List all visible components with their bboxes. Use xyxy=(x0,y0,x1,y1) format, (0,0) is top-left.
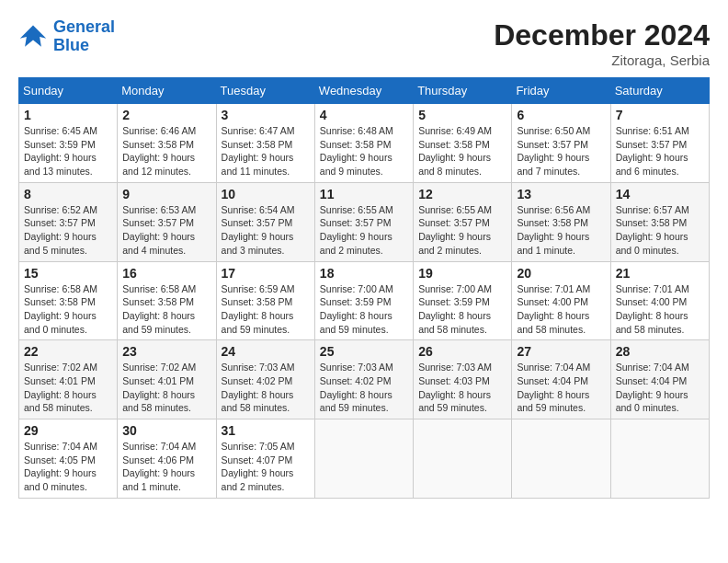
day-number: 19 xyxy=(418,266,506,281)
day-info: Sunrise: 6:58 AMSunset: 3:58 PMDaylight:… xyxy=(122,282,210,337)
day-info: Sunrise: 7:04 AMSunset: 4:04 PMDaylight:… xyxy=(517,361,605,415)
day-number: 18 xyxy=(320,266,408,281)
calendar-cell xyxy=(512,419,610,499)
calendar-cell: 8Sunrise: 6:52 AMSunset: 3:57 PMDaylight… xyxy=(19,182,118,261)
day-number: 15 xyxy=(24,266,112,281)
day-info: Sunrise: 7:00 AMSunset: 3:59 PMDaylight:… xyxy=(320,282,408,337)
svg-marker-0 xyxy=(20,25,46,46)
day-number: 31 xyxy=(222,423,310,438)
day-info: Sunrise: 6:47 AMSunset: 3:58 PMDaylight:… xyxy=(222,124,310,178)
calendar-cell xyxy=(314,419,413,499)
day-info: Sunrise: 7:04 AMSunset: 4:05 PMDaylight:… xyxy=(24,440,112,494)
logo-text: GeneralBlue xyxy=(53,18,115,55)
day-number: 12 xyxy=(418,187,506,201)
day-number: 22 xyxy=(24,344,112,359)
calendar-cell: 14Sunrise: 6:57 AMSunset: 3:58 PMDayligh… xyxy=(610,182,709,261)
day-number: 14 xyxy=(616,187,704,201)
calendar-cell: 21Sunrise: 7:01 AMSunset: 4:00 PMDayligh… xyxy=(610,261,709,340)
day-info: Sunrise: 6:50 AMSunset: 3:57 PMDaylight:… xyxy=(517,124,605,178)
day-number: 9 xyxy=(122,187,210,201)
calendar-cell xyxy=(414,419,512,499)
day-info: Sunrise: 7:02 AMSunset: 4:01 PMDaylight:… xyxy=(122,361,210,415)
day-info: Sunrise: 7:03 AMSunset: 4:02 PMDaylight:… xyxy=(222,361,310,415)
day-number: 7 xyxy=(616,108,704,122)
day-number: 13 xyxy=(517,187,605,201)
day-number: 21 xyxy=(616,266,704,281)
day-info: Sunrise: 6:55 AMSunset: 3:57 PMDaylight:… xyxy=(320,203,408,258)
day-number: 1 xyxy=(24,108,112,122)
day-number: 10 xyxy=(222,187,310,201)
calendar-cell: 4Sunrise: 6:48 AMSunset: 3:58 PMDaylight… xyxy=(314,104,413,183)
calendar-cell: 6Sunrise: 6:50 AMSunset: 3:57 PMDaylight… xyxy=(512,104,610,183)
weekday-header-monday: Monday xyxy=(118,78,216,104)
day-number: 3 xyxy=(222,108,310,122)
calendar-cell: 24Sunrise: 7:03 AMSunset: 4:02 PMDayligh… xyxy=(216,340,314,419)
calendar-cell: 17Sunrise: 6:59 AMSunset: 3:58 PMDayligh… xyxy=(216,261,314,340)
day-info: Sunrise: 6:59 AMSunset: 3:58 PMDaylight:… xyxy=(222,282,310,337)
weekday-header-wednesday: Wednesday xyxy=(314,78,413,104)
month-title: December 2024 xyxy=(494,18,710,52)
weekday-header-friday: Friday xyxy=(512,78,610,104)
day-number: 24 xyxy=(222,344,310,359)
day-info: Sunrise: 6:51 AMSunset: 3:57 PMDaylight:… xyxy=(616,124,704,178)
day-info: Sunrise: 7:02 AMSunset: 4:01 PMDaylight:… xyxy=(24,361,112,415)
calendar-cell: 22Sunrise: 7:02 AMSunset: 4:01 PMDayligh… xyxy=(19,340,118,419)
title-block: December 2024 Zitoraga, Serbia xyxy=(494,18,710,68)
day-info: Sunrise: 7:04 AMSunset: 4:06 PMDaylight:… xyxy=(122,440,210,494)
calendar-cell: 23Sunrise: 7:02 AMSunset: 4:01 PMDayligh… xyxy=(118,340,216,419)
day-number: 30 xyxy=(122,423,210,438)
calendar-cell: 29Sunrise: 7:04 AMSunset: 4:05 PMDayligh… xyxy=(19,419,118,499)
day-info: Sunrise: 7:05 AMSunset: 4:07 PMDaylight:… xyxy=(222,440,310,494)
calendar-table: SundayMondayTuesdayWednesdayThursdayFrid… xyxy=(18,77,710,499)
location: Zitoraga, Serbia xyxy=(494,52,710,68)
day-info: Sunrise: 6:55 AMSunset: 3:57 PMDaylight:… xyxy=(418,203,506,258)
calendar-cell: 3Sunrise: 6:47 AMSunset: 3:58 PMDaylight… xyxy=(216,104,314,183)
logo-icon xyxy=(18,22,48,52)
calendar-cell xyxy=(610,419,709,499)
calendar-cell: 13Sunrise: 6:56 AMSunset: 3:58 PMDayligh… xyxy=(512,182,610,261)
logo: GeneralBlue xyxy=(18,18,115,55)
calendar-cell: 2Sunrise: 6:46 AMSunset: 3:58 PMDaylight… xyxy=(118,104,216,183)
day-info: Sunrise: 7:03 AMSunset: 4:02 PMDaylight:… xyxy=(320,361,408,415)
calendar-cell: 10Sunrise: 6:54 AMSunset: 3:57 PMDayligh… xyxy=(216,182,314,261)
day-info: Sunrise: 6:46 AMSunset: 3:58 PMDaylight:… xyxy=(122,124,210,178)
page-header: GeneralBlue December 2024 Zitoraga, Serb… xyxy=(18,18,710,68)
day-number: 29 xyxy=(24,423,112,438)
weekday-header-thursday: Thursday xyxy=(414,78,512,104)
day-info: Sunrise: 6:53 AMSunset: 3:57 PMDaylight:… xyxy=(122,203,210,258)
day-number: 11 xyxy=(320,187,408,201)
calendar-cell: 9Sunrise: 6:53 AMSunset: 3:57 PMDaylight… xyxy=(118,182,216,261)
weekday-header-sunday: Sunday xyxy=(19,78,118,104)
day-number: 17 xyxy=(222,266,310,281)
weekday-header-tuesday: Tuesday xyxy=(216,78,314,104)
day-number: 8 xyxy=(24,187,112,201)
day-info: Sunrise: 7:01 AMSunset: 4:00 PMDaylight:… xyxy=(616,282,704,337)
day-info: Sunrise: 7:03 AMSunset: 4:03 PMDaylight:… xyxy=(418,361,506,415)
day-info: Sunrise: 6:57 AMSunset: 3:58 PMDaylight:… xyxy=(616,203,704,258)
day-info: Sunrise: 7:04 AMSunset: 4:04 PMDaylight:… xyxy=(616,361,704,415)
calendar-cell: 30Sunrise: 7:04 AMSunset: 4:06 PMDayligh… xyxy=(118,419,216,499)
calendar-cell: 25Sunrise: 7:03 AMSunset: 4:02 PMDayligh… xyxy=(314,340,413,419)
day-number: 26 xyxy=(418,344,506,359)
day-number: 2 xyxy=(122,108,210,122)
calendar-cell: 15Sunrise: 6:58 AMSunset: 3:58 PMDayligh… xyxy=(19,261,118,340)
calendar-cell: 27Sunrise: 7:04 AMSunset: 4:04 PMDayligh… xyxy=(512,340,610,419)
calendar-cell: 20Sunrise: 7:01 AMSunset: 4:00 PMDayligh… xyxy=(512,261,610,340)
calendar-cell: 26Sunrise: 7:03 AMSunset: 4:03 PMDayligh… xyxy=(414,340,512,419)
calendar-cell: 31Sunrise: 7:05 AMSunset: 4:07 PMDayligh… xyxy=(216,419,314,499)
day-number: 16 xyxy=(122,266,210,281)
calendar-cell: 16Sunrise: 6:58 AMSunset: 3:58 PMDayligh… xyxy=(118,261,216,340)
day-number: 20 xyxy=(517,266,605,281)
calendar-cell: 7Sunrise: 6:51 AMSunset: 3:57 PMDaylight… xyxy=(610,104,709,183)
day-info: Sunrise: 6:48 AMSunset: 3:58 PMDaylight:… xyxy=(320,124,408,178)
day-number: 5 xyxy=(418,108,506,122)
day-info: Sunrise: 7:00 AMSunset: 3:59 PMDaylight:… xyxy=(418,282,506,337)
day-number: 28 xyxy=(616,344,704,359)
day-info: Sunrise: 6:58 AMSunset: 3:58 PMDaylight:… xyxy=(24,282,112,337)
day-info: Sunrise: 6:56 AMSunset: 3:58 PMDaylight:… xyxy=(517,203,605,258)
day-number: 27 xyxy=(517,344,605,359)
day-number: 25 xyxy=(320,344,408,359)
calendar-cell: 28Sunrise: 7:04 AMSunset: 4:04 PMDayligh… xyxy=(610,340,709,419)
day-number: 4 xyxy=(320,108,408,122)
calendar-cell: 19Sunrise: 7:00 AMSunset: 3:59 PMDayligh… xyxy=(414,261,512,340)
